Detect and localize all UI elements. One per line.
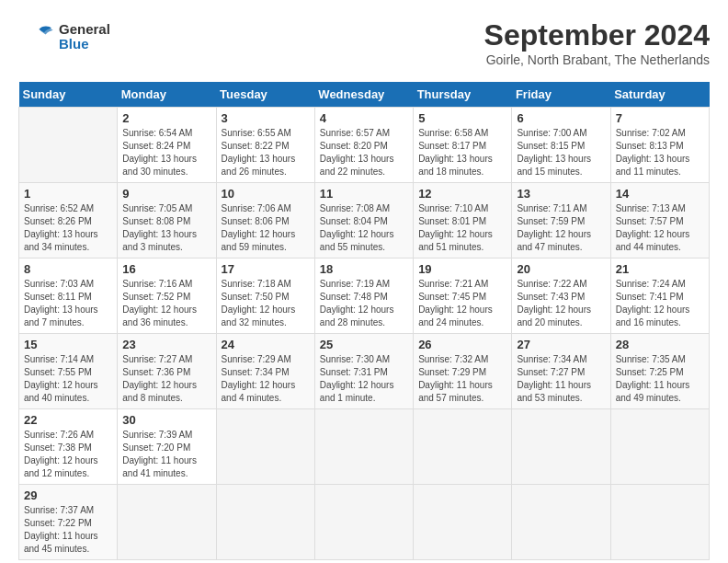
calendar-cell (216, 485, 314, 560)
logo-text: General Blue (59, 22, 110, 52)
day-info: Sunrise: 7:35 AMSunset: 7:25 PMDaylight:… (616, 353, 704, 405)
calendar-cell: 28Sunrise: 7:35 AMSunset: 7:25 PMDayligh… (610, 334, 709, 409)
day-info: Sunrise: 7:13 AMSunset: 7:57 PMDaylight:… (616, 202, 704, 254)
day-number: 13 (517, 187, 605, 201)
day-number: 10 (222, 187, 310, 201)
day-info: Sunrise: 6:57 AMSunset: 8:20 PMDaylight:… (320, 127, 408, 178)
calendar-cell: 5Sunrise: 6:58 AMSunset: 8:17 PMDaylight… (414, 108, 512, 183)
calendar-cell: 8Sunrise: 7:03 AMSunset: 8:11 PMDaylight… (19, 259, 118, 334)
day-info: Sunrise: 7:37 AMSunset: 7:22 PMDaylight:… (24, 504, 112, 556)
weekday-header: Sunday (19, 82, 118, 108)
calendar-cell: 1Sunrise: 6:52 AMSunset: 8:26 PMDaylight… (19, 183, 118, 259)
calendar-cell (118, 485, 216, 560)
calendar-cell (512, 409, 610, 485)
calendar-cell: 6Sunrise: 7:00 AMSunset: 8:15 PMDaylight… (512, 108, 610, 183)
day-number: 26 (418, 338, 506, 351)
day-info: Sunrise: 7:08 AMSunset: 8:04 PMDaylight:… (320, 202, 408, 254)
day-info: Sunrise: 7:34 AMSunset: 7:27 PMDaylight:… (517, 353, 605, 405)
calendar-cell (314, 409, 413, 485)
calendar-week-row: 15Sunrise: 7:14 AMSunset: 7:55 PMDayligh… (19, 334, 710, 409)
calendar-week-row: 29Sunrise: 7:37 AMSunset: 7:22 PMDayligh… (19, 485, 710, 560)
weekday-header: Thursday (414, 82, 512, 108)
day-number: 9 (122, 187, 210, 201)
calendar-cell (512, 485, 610, 560)
day-info: Sunrise: 7:30 AMSunset: 7:31 PMDaylight:… (320, 353, 408, 405)
calendar-cell: 22Sunrise: 7:26 AMSunset: 7:38 PMDayligh… (19, 409, 118, 485)
day-info: Sunrise: 7:39 AMSunset: 7:20 PMDaylight:… (122, 429, 210, 480)
day-info: Sunrise: 7:26 AMSunset: 7:38 PMDaylight:… (24, 429, 112, 480)
calendar-cell (414, 409, 512, 485)
day-number: 2 (122, 111, 210, 125)
calendar-cell: 20Sunrise: 7:22 AMSunset: 7:43 PMDayligh… (512, 259, 610, 334)
calendar-week-row: 2Sunrise: 6:54 AMSunset: 8:24 PMDaylight… (19, 108, 710, 183)
calendar-cell: 25Sunrise: 7:30 AMSunset: 7:31 PMDayligh… (314, 334, 413, 409)
day-number: 21 (616, 262, 704, 276)
day-number: 19 (418, 262, 506, 276)
day-info: Sunrise: 7:18 AMSunset: 7:50 PMDaylight:… (222, 278, 310, 329)
day-number: 1 (24, 187, 112, 201)
logo-general: General (59, 22, 110, 38)
calendar-cell (216, 409, 314, 485)
calendar-cell: 14Sunrise: 7:13 AMSunset: 7:57 PMDayligh… (610, 183, 709, 259)
day-number: 5 (418, 111, 506, 125)
day-number: 29 (24, 488, 112, 502)
calendar-cell: 24Sunrise: 7:29 AMSunset: 7:34 PMDayligh… (216, 334, 314, 409)
day-info: Sunrise: 6:54 AMSunset: 8:24 PMDaylight:… (122, 127, 210, 178)
day-info: Sunrise: 6:52 AMSunset: 8:26 PMDaylight:… (24, 202, 112, 254)
calendar-cell (314, 485, 413, 560)
day-number: 7 (616, 111, 704, 125)
logo-container: General Blue (18, 18, 110, 55)
calendar-cell: 10Sunrise: 7:06 AMSunset: 8:06 PMDayligh… (216, 183, 314, 259)
title-block: September 2024 Goirle, North Brabant, Th… (484, 18, 710, 67)
calendar-cell (414, 485, 512, 560)
calendar-cell: 3Sunrise: 6:55 AMSunset: 8:22 PMDaylight… (216, 108, 314, 183)
calendar-week-row: 22Sunrise: 7:26 AMSunset: 7:38 PMDayligh… (19, 409, 710, 485)
day-info: Sunrise: 7:02 AMSunset: 8:13 PMDaylight:… (616, 127, 704, 178)
calendar-cell: 4Sunrise: 6:57 AMSunset: 8:20 PMDaylight… (314, 108, 413, 183)
day-number: 6 (517, 111, 605, 125)
calendar-cell: 11Sunrise: 7:08 AMSunset: 8:04 PMDayligh… (314, 183, 413, 259)
day-info: Sunrise: 7:03 AMSunset: 8:11 PMDaylight:… (24, 278, 112, 329)
day-info: Sunrise: 7:32 AMSunset: 7:29 PMDaylight:… (418, 353, 506, 405)
calendar-cell (610, 485, 709, 560)
day-number: 17 (222, 262, 310, 276)
day-number: 28 (616, 338, 704, 351)
day-info: Sunrise: 7:00 AMSunset: 8:15 PMDaylight:… (517, 127, 605, 178)
day-info: Sunrise: 7:14 AMSunset: 7:55 PMDaylight:… (24, 353, 112, 405)
calendar-cell: 7Sunrise: 7:02 AMSunset: 8:13 PMDaylight… (610, 108, 709, 183)
day-number: 15 (24, 338, 112, 351)
calendar-cell: 19Sunrise: 7:21 AMSunset: 7:45 PMDayligh… (414, 259, 512, 334)
day-info: Sunrise: 7:16 AMSunset: 7:52 PMDaylight:… (122, 278, 210, 329)
calendar-cell: 2Sunrise: 6:54 AMSunset: 8:24 PMDaylight… (118, 108, 216, 183)
day-number: 12 (418, 187, 506, 201)
calendar-cell: 13Sunrise: 7:11 AMSunset: 7:59 PMDayligh… (512, 183, 610, 259)
calendar-cell: 15Sunrise: 7:14 AMSunset: 7:55 PMDayligh… (19, 334, 118, 409)
day-number: 22 (24, 413, 112, 427)
day-number: 14 (616, 187, 704, 201)
weekday-header: Monday (118, 82, 216, 108)
calendar-cell: 16Sunrise: 7:16 AMSunset: 7:52 PMDayligh… (118, 259, 216, 334)
calendar-cell: 12Sunrise: 7:10 AMSunset: 8:01 PMDayligh… (414, 183, 512, 259)
calendar-cell: 9Sunrise: 7:05 AMSunset: 8:08 PMDaylight… (118, 183, 216, 259)
day-number: 4 (320, 111, 408, 125)
calendar-cell (19, 108, 118, 183)
weekday-header: Tuesday (216, 82, 314, 108)
calendar-cell: 27Sunrise: 7:34 AMSunset: 7:27 PMDayligh… (512, 334, 610, 409)
weekday-header: Friday (512, 82, 610, 108)
day-info: Sunrise: 7:22 AMSunset: 7:43 PMDaylight:… (517, 278, 605, 329)
day-number: 3 (222, 111, 310, 125)
page-header: General Blue September 2024 Goirle, Nort… (18, 18, 710, 67)
calendar-cell: 18Sunrise: 7:19 AMSunset: 7:48 PMDayligh… (314, 259, 413, 334)
location: Goirle, North Brabant, The Netherlands (484, 52, 710, 67)
day-info: Sunrise: 7:10 AMSunset: 8:01 PMDaylight:… (418, 202, 506, 254)
day-info: Sunrise: 6:58 AMSunset: 8:17 PMDaylight:… (418, 127, 506, 178)
calendar-cell: 21Sunrise: 7:24 AMSunset: 7:41 PMDayligh… (610, 259, 709, 334)
calendar-cell: 26Sunrise: 7:32 AMSunset: 7:29 PMDayligh… (414, 334, 512, 409)
day-number: 16 (122, 262, 210, 276)
calendar-week-row: 1Sunrise: 6:52 AMSunset: 8:26 PMDaylight… (19, 183, 710, 259)
logo: General Blue (18, 18, 110, 55)
day-number: 24 (222, 338, 310, 351)
calendar-header-row: SundayMondayTuesdayWednesdayThursdayFrid… (19, 82, 710, 108)
day-info: Sunrise: 7:24 AMSunset: 7:41 PMDaylight:… (616, 278, 704, 329)
day-info: Sunrise: 7:21 AMSunset: 7:45 PMDaylight:… (418, 278, 506, 329)
